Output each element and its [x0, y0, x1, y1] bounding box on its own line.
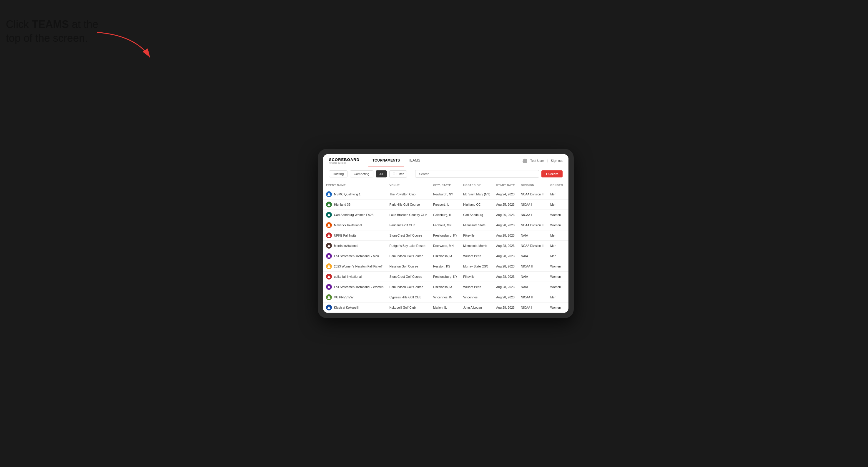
cell-gender: Women	[547, 261, 566, 272]
cell-start-date: Aug 28, 2023	[493, 251, 518, 261]
cell-start-date: Aug 28, 2023	[493, 303, 518, 313]
cell-hosted-by: Highland CC	[460, 199, 493, 210]
cell-venue: Kokopelli Golf Club	[386, 303, 430, 313]
table-row: Carl Sandburg Women FA23 Lake Bracken Co…	[323, 210, 568, 220]
competing-button[interactable]: Competing	[350, 170, 373, 178]
cell-scoring: team, Stroke Play	[566, 199, 568, 210]
cell-event-name: Fall Statesmen Invitational - Men	[323, 251, 386, 261]
table-row: Klash at Kokopelli Kokopelli Golf ClubMa…	[323, 303, 568, 313]
cell-city-state: Vincennes, IN	[430, 292, 460, 303]
cell-division: NAIA	[518, 230, 547, 241]
team-logo	[326, 284, 332, 290]
cell-venue: Edmundson Golf Course	[386, 251, 430, 261]
user-name: Test User	[530, 159, 544, 162]
cell-hosted-by: John A Logan	[460, 303, 493, 313]
table-body: MSMC Qualifying 1 The Powelton ClubNewbu…	[323, 189, 568, 313]
event-name-text: 2023 Women's Hesston Fall Kickoff	[334, 264, 382, 268]
cell-scoring: team, Stroke Play	[566, 292, 568, 303]
col-hosted-by: HOSTED BY	[460, 181, 493, 189]
cell-gender: Men	[547, 292, 566, 303]
nav-link-teams[interactable]: TEAMS	[404, 154, 424, 167]
cell-event-name: Carl Sandburg Women FA23	[323, 210, 386, 220]
cell-scoring: team, Stroke Play	[566, 282, 568, 292]
cell-scoring: team, Stroke Play	[566, 230, 568, 241]
cell-event-name: Maverick Invitational	[323, 220, 386, 230]
search-box	[415, 170, 539, 178]
event-name-text: Maverick Invitational	[334, 223, 362, 227]
cell-start-date: Aug 28, 2023	[493, 272, 518, 282]
cell-scoring: team, Stroke Play	[566, 241, 568, 251]
team-logo-icon	[327, 295, 331, 299]
all-button[interactable]: All	[376, 170, 387, 178]
table-header: EVENT NAME VENUE CITY, STATE HOSTED BY S…	[323, 181, 568, 189]
cell-city-state: Deerwood, MN	[430, 241, 460, 251]
cell-hosted-by: William Penn	[460, 251, 493, 261]
cell-division: NCAA Division III	[518, 241, 547, 251]
instruction-text: Click TEAMS at thetop of the screen.	[6, 18, 98, 45]
nav-link-tournaments[interactable]: TOURNAMENTS	[368, 154, 404, 167]
cell-division: NCAA Division III	[518, 189, 547, 199]
cell-hosted-by: Minnesota-Morris	[460, 241, 493, 251]
cell-scoring: team, Stroke Play	[566, 189, 568, 199]
cell-city-state: Hesston, KS	[430, 261, 460, 272]
cell-event-name: UPKE Fall Invite	[323, 230, 386, 241]
cell-hosted-by: Vincennes	[460, 292, 493, 303]
toolbar: Hosting Competing All ☰ Filter + Create	[323, 167, 568, 181]
arrow-graphic	[94, 29, 159, 65]
cell-city-state: Marion, IL	[430, 303, 460, 313]
cell-division: NCAA Division II	[518, 220, 547, 230]
tablet-screen: SCOREBOARD Powered by clippit TOURNAMENT…	[323, 154, 568, 313]
cell-venue: Lake Bracken Country Club	[386, 210, 430, 220]
gear-icon[interactable]	[523, 158, 527, 163]
team-logo-icon	[327, 213, 331, 217]
cell-division: NICAA I	[518, 303, 547, 313]
table-row: Maverick Invitational Faribault Golf Clu…	[323, 220, 568, 230]
event-name-text: Morris Invitational	[334, 244, 358, 247]
cell-city-state: Freeport, IL	[430, 199, 460, 210]
logo-title: SCOREBOARD	[329, 157, 360, 162]
cell-division: NAIA	[518, 282, 547, 292]
team-logo	[326, 191, 332, 197]
cell-scoring: team, Stroke Play	[566, 272, 568, 282]
hosting-button[interactable]: Hosting	[329, 170, 347, 178]
filter-button[interactable]: ☰ Filter	[389, 170, 407, 178]
team-logo-icon	[327, 264, 331, 268]
event-name-text: Fall Statesmen Invitational - Women	[334, 285, 383, 289]
col-start-date: START DATE	[493, 181, 518, 189]
table-row: Fall Statesmen Invitational - Men Edmund…	[323, 251, 568, 261]
cell-hosted-by: Pikeville	[460, 272, 493, 282]
cell-hosted-by: Carl Sandburg	[460, 210, 493, 220]
tournaments-table: EVENT NAME VENUE CITY, STATE HOSTED BY S…	[323, 181, 568, 313]
col-scoring: SCORING	[566, 181, 568, 189]
cell-gender: Men	[547, 189, 566, 199]
app-logo: SCOREBOARD Powered by clippit	[329, 157, 360, 164]
cell-city-state: Prestonsburg, KY	[430, 230, 460, 241]
team-logo	[326, 263, 332, 269]
team-logo-icon	[327, 306, 331, 309]
cell-venue: StoneCrest Golf Course	[386, 230, 430, 241]
event-name-text: VU PREVIEW	[334, 295, 353, 299]
cell-hosted-by: Minnesota State	[460, 220, 493, 230]
search-input[interactable]	[415, 170, 539, 178]
cell-start-date: Aug 24, 2023	[493, 189, 518, 199]
cell-scoring: team, Stroke Play	[566, 251, 568, 261]
cell-city-state: Oskaloosa, IA	[430, 282, 460, 292]
cell-scoring: team, Stroke Play	[566, 220, 568, 230]
cell-start-date: Aug 25, 2023	[493, 199, 518, 210]
cell-gender: Women	[547, 272, 566, 282]
team-logo-icon	[327, 275, 331, 278]
sign-out-link[interactable]: Sign out	[551, 159, 563, 162]
cell-division: NAIA	[518, 251, 547, 261]
event-name-text: Carl Sandburg Women FA23	[334, 213, 373, 217]
cell-gender: Women	[547, 282, 566, 292]
cell-start-date: Aug 28, 2023	[493, 282, 518, 292]
cell-city-state: Newburgh, NY	[430, 189, 460, 199]
create-button[interactable]: + Create	[541, 170, 563, 178]
col-city-state: CITY, STATE	[430, 181, 460, 189]
cell-venue: Cypress Hills Golf Club	[386, 292, 430, 303]
event-name-text: UPKE Fall Invite	[334, 234, 356, 237]
cell-hosted-by: William Penn	[460, 282, 493, 292]
instruction-bold: TEAMS	[32, 18, 69, 30]
cell-venue: Edmundson Golf Course	[386, 282, 430, 292]
col-venue: VENUE	[386, 181, 430, 189]
